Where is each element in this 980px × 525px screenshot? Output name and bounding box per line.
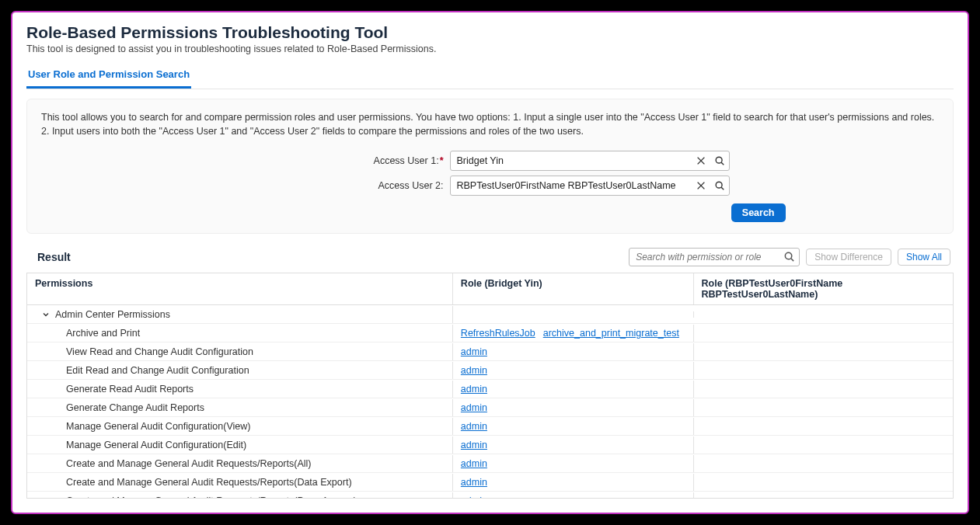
permission-name: Create and Manage General Audit Requests… (27, 492, 453, 499)
table-row: Generate Read Audit Reportsadmin (27, 380, 953, 398)
role-link[interactable]: admin (461, 421, 487, 432)
access-user-2-row: Access User 2: (195, 176, 786, 196)
search-icon[interactable] (713, 179, 727, 193)
permission-name: View Read and Change Audit Configuration (27, 343, 453, 360)
search-form: Access User 1:* (41, 146, 939, 222)
search-button[interactable]: Search (731, 203, 786, 222)
access-user-2-input[interactable] (450, 176, 730, 196)
table-row: Generate Change Audit Reportsadmin (27, 398, 953, 417)
table-header: Permissions Role (Bridget Yin) Role (RBP… (27, 273, 953, 305)
result-area: Result Show Difference Show All Permissi… (26, 248, 954, 499)
access-user-1-input[interactable] (450, 151, 730, 171)
permission-name: Manage General Audit Configuration(View) (27, 418, 453, 435)
table-row: Edit Read and Change Audit Configuration… (27, 361, 953, 380)
role-link[interactable]: RefreshRulesJob (461, 328, 535, 339)
col-role-2: Role (RBPTestUser0FirstName RBPTestUser0… (694, 273, 953, 304)
page-title: Role-Based Permissions Troubleshooting T… (26, 23, 954, 42)
table-row: Manage General Audit Configuration(View)… (27, 417, 953, 436)
page-header: Role-Based Permissions Troubleshooting T… (26, 23, 954, 54)
table-row: Archive and PrintRefreshRulesJobarchive_… (27, 324, 953, 342)
table-body[interactable]: Admin Center PermissionsArchive and Prin… (27, 305, 953, 499)
access-user-1-label: Access User 1:* (195, 155, 444, 166)
role-link[interactable]: archive_and_print_migrate_test (543, 328, 679, 339)
search-icon[interactable] (783, 251, 795, 262)
access-user-2-label: Access User 2: (195, 180, 444, 191)
role-link[interactable]: admin (461, 365, 487, 376)
col-permissions: Permissions (27, 273, 453, 304)
permission-name: Generate Change Audit Reports (27, 399, 453, 416)
svg-line-3 (721, 162, 724, 165)
permission-name: Archive and Print (27, 325, 453, 342)
role-link[interactable]: admin (461, 346, 487, 357)
search-panel: This tool allows you to search for and c… (26, 99, 954, 234)
table-row: View Read and Change Audit Configuration… (27, 342, 953, 361)
show-all-button[interactable]: Show All (898, 249, 950, 266)
svg-line-9 (791, 259, 793, 261)
result-search-input[interactable] (629, 248, 800, 266)
svg-line-7 (721, 187, 724, 189)
result-table: Permissions Role (Bridget Yin) Role (RBP… (26, 273, 954, 499)
table-row: Create and Manage General Audit Requests… (27, 473, 953, 492)
tab-user-role-permission-search[interactable]: User Role and Permission Search (26, 64, 191, 89)
permission-name: Create and Manage General Audit Requests… (27, 455, 453, 472)
svg-point-8 (785, 253, 791, 259)
chevron-down-icon[interactable] (41, 310, 51, 319)
svg-point-6 (716, 182, 722, 188)
table-row: Create and Manage General Audit Requests… (27, 454, 953, 473)
search-icon[interactable] (713, 154, 727, 168)
role-link[interactable]: admin (461, 440, 487, 450)
role-link[interactable]: admin (461, 477, 487, 488)
col-role-1: Role (Bridget Yin) (453, 273, 694, 304)
svg-point-2 (716, 157, 722, 163)
help-text: This tool allows you to search for and c… (41, 110, 939, 138)
tab-bar: User Role and Permission Search (26, 64, 954, 89)
permission-name: Manage General Audit Configuration(Edit) (27, 436, 453, 454)
role-link[interactable]: admin (461, 384, 487, 395)
app-frame: Role-Based Permissions Troubleshooting T… (11, 11, 969, 514)
group-row[interactable]: Admin Center Permissions (27, 305, 953, 324)
table-row: Create and Manage General Audit Requests… (27, 492, 953, 499)
show-difference-button[interactable]: Show Difference (806, 249, 891, 266)
clear-icon[interactable] (694, 154, 708, 168)
role-link[interactable]: admin (461, 495, 487, 499)
clear-icon[interactable] (694, 179, 708, 193)
result-title: Result (37, 251, 71, 263)
role-link[interactable]: admin (461, 402, 487, 413)
permission-name: Generate Read Audit Reports (27, 381, 453, 398)
permission-name: Edit Read and Change Audit Configuration (27, 362, 453, 379)
permission-name: Create and Manage General Audit Requests… (27, 474, 453, 491)
table-row: Manage General Audit Configuration(Edit)… (27, 436, 953, 454)
group-label: Admin Center Permissions (55, 309, 170, 320)
access-user-1-row: Access User 1:* (195, 151, 786, 171)
role-link[interactable]: admin (461, 458, 487, 469)
page-subtitle: This tool is designed to assist you in t… (26, 43, 954, 54)
required-marker: * (440, 155, 444, 166)
